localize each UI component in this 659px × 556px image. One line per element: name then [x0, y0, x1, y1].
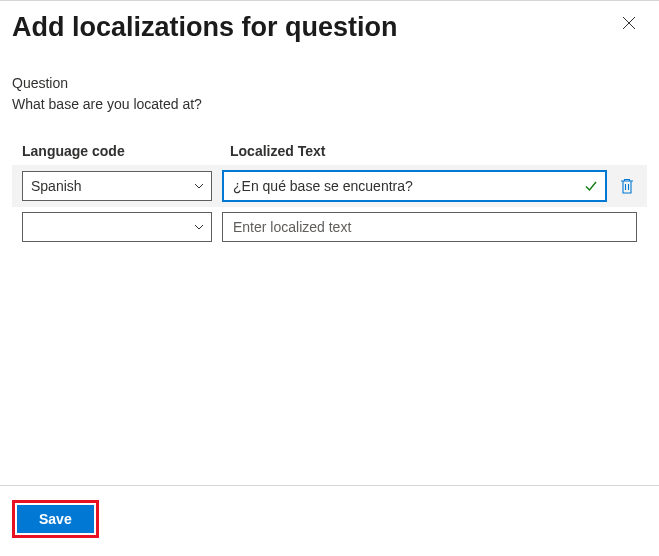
save-highlight: Save [12, 500, 99, 538]
language-select[interactable]: Spanish [22, 171, 212, 201]
language-select-value: Spanish [31, 178, 82, 194]
localized-text-input[interactable] [222, 212, 637, 242]
question-text: What base are you located at? [12, 94, 647, 115]
question-label: Question [12, 73, 647, 94]
delete-row-button[interactable] [617, 175, 637, 197]
language-select[interactable] [22, 212, 212, 242]
checkmark-icon [583, 178, 599, 194]
close-icon [621, 15, 637, 31]
column-header-localized: Localized Text [230, 143, 647, 159]
localized-text-field[interactable] [231, 218, 628, 236]
panel-title: Add localizations for question [12, 11, 398, 43]
trash-icon [619, 177, 635, 195]
chevron-down-icon [193, 180, 205, 192]
close-button[interactable] [617, 11, 641, 35]
localized-text-input[interactable] [222, 170, 607, 202]
localization-row: Spanish [12, 165, 647, 207]
localized-text-field[interactable] [231, 177, 575, 195]
localization-row [12, 207, 647, 247]
column-header-language: Language code [22, 143, 212, 159]
save-button[interactable]: Save [17, 505, 94, 533]
chevron-down-icon [193, 221, 205, 233]
